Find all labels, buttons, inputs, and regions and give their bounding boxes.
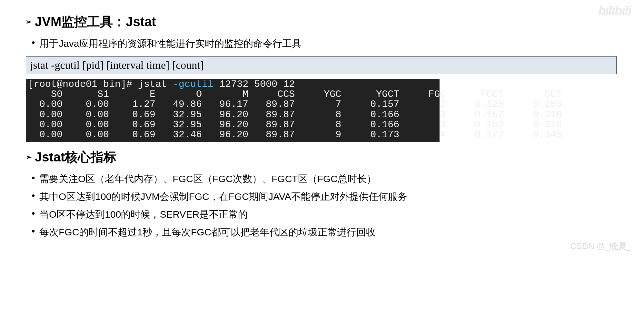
bullet-metric: 需要关注O区（老年代内存）、FGC区（FGC次数）、FGCT区（FGC总时长） <box>39 172 618 186</box>
bullet-list-1: 用于Java应用程序的资源和性能进行实时的监控的命令行工具 <box>26 37 618 50</box>
chevron-right-icon: ➢ <box>26 153 32 161</box>
heading-jstat-metrics: ➢ Jstat核心指标 <box>26 148 618 166</box>
heading-text: JVM监控工具：Jstat <box>35 13 156 31</box>
bullet-list-2: 需要关注O区（老年代内存）、FGC区（FGC次数）、FGCT区（FGC总时长）其… <box>26 172 618 239</box>
section-jstat-metrics: ➢ Jstat核心指标 需要关注O区（老年代内存）、FGC区（FGC次数）、FG… <box>26 148 618 239</box>
watermark-bilibili: bilibili <box>598 4 631 18</box>
terminal-output: [root@node01 bin]# jstat -gcutil 12732 5… <box>26 79 440 142</box>
heading-text: Jstat核心指标 <box>35 148 116 166</box>
section-jstat-tool: ➢ JVM监控工具：Jstat 用于Java应用程序的资源和性能进行实时的监控的… <box>26 13 618 142</box>
command-syntax-box: jstat -gcutil [pid] [interval time] [cou… <box>26 56 617 74</box>
bullet-metric: 每次FGC的时间不超过1秒，且每次FGC都可以把老年代区的垃圾正常进行回收 <box>39 226 618 239</box>
bullet-description: 用于Java应用程序的资源和性能进行实时的监控的命令行工具 <box>39 37 618 50</box>
heading-jstat-tool: ➢ JVM监控工具：Jstat <box>26 13 618 31</box>
watermark-csdn: CSDN @_晓夏_ <box>570 241 631 252</box>
chevron-right-icon: ➢ <box>26 18 32 26</box>
bullet-metric: 其中O区达到100的时候JVM会强制FGC，在FGC期间JAVA不能停止对外提供… <box>39 190 618 203</box>
bullet-metric: 当O区不停达到100的时候，SERVER是不正常的 <box>39 208 618 221</box>
